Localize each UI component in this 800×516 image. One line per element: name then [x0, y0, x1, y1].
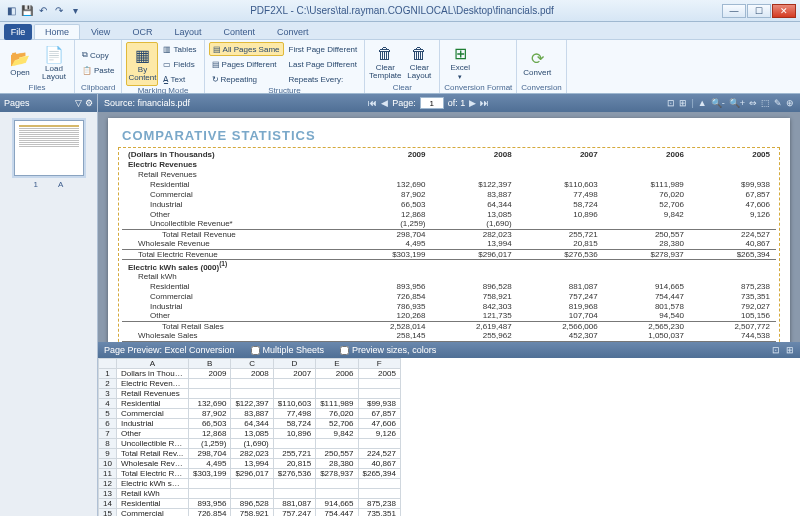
- load-layout-button[interactable]: 📄Load Layout: [38, 42, 70, 83]
- row-header[interactable]: 6: [99, 419, 117, 429]
- repeating-button[interactable]: ↻Repeating: [209, 72, 284, 86]
- col-header[interactable]: [99, 359, 117, 369]
- row-header[interactable]: 5: [99, 409, 117, 419]
- pointer-icon[interactable]: ▲: [698, 98, 707, 108]
- col-header[interactable]: E: [316, 359, 358, 369]
- tables-button[interactable]: ▥Tables: [160, 42, 199, 56]
- cell[interactable]: Residential: [117, 499, 189, 509]
- cell[interactable]: $99,938: [358, 399, 400, 409]
- tab-view[interactable]: View: [80, 24, 121, 39]
- tool-icon[interactable]: ⊡: [667, 98, 675, 108]
- page-thumbnail[interactable]: [14, 120, 84, 176]
- row-header[interactable]: 10: [99, 459, 117, 469]
- cell[interactable]: Dollars in Thous...: [117, 369, 189, 379]
- close-button[interactable]: ✕: [772, 4, 796, 18]
- cell[interactable]: (1,690): [231, 439, 273, 449]
- first-page-icon[interactable]: ⏮: [368, 98, 377, 108]
- cell[interactable]: Retail kWh: [117, 489, 189, 499]
- tool-icon[interactable]: ⊕: [786, 98, 794, 108]
- row-header[interactable]: 7: [99, 429, 117, 439]
- cell[interactable]: 52,706: [316, 419, 358, 429]
- next-page-icon[interactable]: ▶: [469, 98, 476, 108]
- cell[interactable]: [231, 489, 273, 499]
- tab-convert[interactable]: Convert: [266, 24, 320, 39]
- cell[interactable]: Other: [117, 429, 189, 439]
- cell[interactable]: 83,887: [231, 409, 273, 419]
- cell[interactable]: 2009: [189, 369, 231, 379]
- cell[interactable]: Commercial: [117, 509, 189, 517]
- cell[interactable]: 76,020: [316, 409, 358, 419]
- row-header[interactable]: 2: [99, 379, 117, 389]
- cell[interactable]: 224,527: [358, 449, 400, 459]
- cell[interactable]: [316, 489, 358, 499]
- cell[interactable]: $110,603: [273, 399, 315, 409]
- cell[interactable]: $265,394: [358, 469, 400, 479]
- cell[interactable]: 87,902: [189, 409, 231, 419]
- open-button[interactable]: 📂Open: [4, 42, 36, 83]
- excel-format-button[interactable]: ⊞Excel▾: [444, 42, 476, 83]
- row-header[interactable]: 8: [99, 439, 117, 449]
- cell[interactable]: 66,503: [189, 419, 231, 429]
- row-header[interactable]: 15: [99, 509, 117, 517]
- cell[interactable]: 64,344: [231, 419, 273, 429]
- row-header[interactable]: 13: [99, 489, 117, 499]
- cell[interactable]: [316, 389, 358, 399]
- cell[interactable]: 13,085: [231, 429, 273, 439]
- cell[interactable]: 2007: [273, 369, 315, 379]
- cell[interactable]: 893,956: [189, 499, 231, 509]
- cell[interactable]: $111,989: [316, 399, 358, 409]
- cell[interactable]: [273, 379, 315, 389]
- cell[interactable]: [358, 439, 400, 449]
- file-tab[interactable]: File: [4, 24, 32, 40]
- multiple-sheets-checkbox[interactable]: Multiple Sheets: [251, 345, 325, 355]
- zoom-out-icon[interactable]: 🔍-: [711, 98, 725, 108]
- cell[interactable]: 4,495: [189, 459, 231, 469]
- prev-page-icon[interactable]: ◀: [381, 98, 388, 108]
- cell[interactable]: 77,498: [273, 409, 315, 419]
- cell[interactable]: 13,994: [231, 459, 273, 469]
- row-header[interactable]: 4: [99, 399, 117, 409]
- cell[interactable]: [231, 379, 273, 389]
- preview-tool-icon[interactable]: ⊞: [786, 345, 794, 355]
- cell[interactable]: (1,259): [189, 439, 231, 449]
- cell[interactable]: Wholesale Reve...: [117, 459, 189, 469]
- cell[interactable]: 10,896: [273, 429, 315, 439]
- cell[interactable]: 298,704: [189, 449, 231, 459]
- pages-different-button[interactable]: ▤Pages Different: [209, 57, 284, 71]
- cell[interactable]: [358, 379, 400, 389]
- cell[interactable]: Industrial: [117, 419, 189, 429]
- tab-content[interactable]: Content: [212, 24, 266, 39]
- cell[interactable]: 896,528: [231, 499, 273, 509]
- tab-layout[interactable]: Layout: [163, 24, 212, 39]
- cell[interactable]: 2005: [358, 369, 400, 379]
- cell[interactable]: [189, 479, 231, 489]
- preview-tool-icon[interactable]: ⊡: [772, 345, 780, 355]
- fit-page-icon[interactable]: ⬚: [761, 98, 770, 108]
- cell[interactable]: [273, 389, 315, 399]
- cell[interactable]: Total Electric Re...: [117, 469, 189, 479]
- qat-more-icon[interactable]: ▾: [68, 4, 82, 18]
- cell[interactable]: $276,536: [273, 469, 315, 479]
- cell[interactable]: [358, 489, 400, 499]
- cell[interactable]: [316, 479, 358, 489]
- cell[interactable]: [316, 439, 358, 449]
- cell[interactable]: 47,606: [358, 419, 400, 429]
- row-header[interactable]: 14: [99, 499, 117, 509]
- cell[interactable]: [231, 479, 273, 489]
- paste-button[interactable]: 📋Paste: [79, 63, 117, 77]
- col-header[interactable]: C: [231, 359, 273, 369]
- cell[interactable]: [189, 389, 231, 399]
- fit-width-icon[interactable]: ⇔: [749, 98, 757, 108]
- text-button[interactable]: A̲Text: [160, 72, 199, 86]
- cell[interactable]: $303,199: [189, 469, 231, 479]
- cell[interactable]: Uncollectible Rev...: [117, 439, 189, 449]
- cell[interactable]: 758,921: [231, 509, 273, 517]
- convert-button[interactable]: ⟳Convert: [521, 42, 553, 83]
- cell[interactable]: [231, 389, 273, 399]
- cell[interactable]: Electric kWh sale...: [117, 479, 189, 489]
- cell[interactable]: [358, 389, 400, 399]
- cell[interactable]: [273, 439, 315, 449]
- cell[interactable]: [316, 379, 358, 389]
- cell[interactable]: Retail Revenues: [117, 389, 189, 399]
- cell[interactable]: 9,842: [316, 429, 358, 439]
